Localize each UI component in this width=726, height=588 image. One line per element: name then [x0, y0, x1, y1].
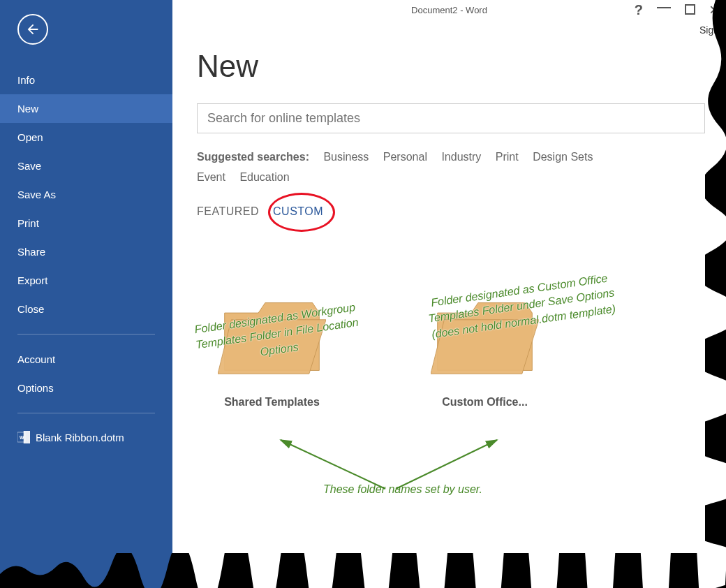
sidebar-item-account[interactable]: Account [0, 345, 172, 374]
suggested-link-industry[interactable]: Industry [441, 151, 481, 163]
sidebar-label: Account [17, 353, 55, 365]
annotation-bottom: These folder names set by user. [263, 482, 542, 497]
tab-featured[interactable]: FEATURED [197, 205, 259, 218]
sidebar-label: Export [17, 274, 47, 286]
torn-edge-bottom [0, 553, 726, 588]
folder-label: Shared Templates [224, 396, 320, 409]
backstage-window: Info New Open Save Save As Print Share E… [0, 0, 726, 588]
arrow-left-icon [25, 22, 40, 37]
suggested-link-design-sets[interactable]: Design Sets [533, 151, 593, 163]
annotation-arrow [389, 433, 508, 496]
sidebar-label: Close [17, 303, 44, 315]
sidebar-item-save-as[interactable]: Save As [0, 180, 172, 209]
suggested-link-education[interactable]: Education [239, 171, 289, 183]
recent-document[interactable]: W Blank Ribbon.dotm [0, 424, 172, 450]
suggested-link-event[interactable]: Event [197, 171, 225, 183]
backstage-sidebar: Info New Open Save Save As Print Share E… [0, 0, 172, 588]
sidebar-label: Share [17, 246, 45, 258]
word-doc-icon: W [17, 431, 30, 443]
folder-label: Custom Office... [442, 396, 528, 409]
back-button[interactable] [17, 14, 48, 45]
tab-custom[interactable]: CUSTOM [273, 205, 323, 218]
page-title: New [197, 49, 705, 84]
sidebar-label: Info [17, 74, 35, 86]
sidebar-item-info[interactable]: Info [0, 66, 172, 94]
sidebar-item-print[interactable]: Print [0, 209, 172, 237]
folder-custom-office[interactable]: Custom Office... [431, 295, 539, 409]
sidebar-label: New [17, 103, 38, 115]
suggested-searches: Suggested searches: Business Personal In… [197, 147, 705, 188]
sidebar-label: Print [17, 217, 39, 229]
suggested-link-business[interactable]: Business [323, 151, 369, 163]
svg-line-6 [396, 440, 497, 489]
template-tabs: FEATURED CUSTOM [197, 205, 705, 218]
sidebar-label: Open [17, 131, 43, 143]
sidebar-label: Save [17, 160, 41, 172]
recent-doc-label: Blank Ribbon.dotm [36, 432, 124, 443]
template-folders: Shared Templates Custom Office... [197, 295, 705, 409]
suggested-link-print[interactable]: Print [496, 151, 519, 163]
sidebar-item-save[interactable]: Save [0, 152, 172, 180]
main-content: New Suggested searches: Business Persona… [172, 0, 726, 588]
sidebar-item-share[interactable]: Share [0, 237, 172, 266]
divider [17, 334, 155, 335]
annotation-arrow [274, 433, 392, 496]
sidebar-label: Options [17, 382, 54, 394]
folder-shared-templates[interactable]: Shared Templates [218, 295, 326, 409]
sidebar-item-new[interactable]: New [0, 94, 172, 123]
sidebar-item-options[interactable]: Options [0, 374, 172, 402]
divider [17, 413, 155, 413]
template-search-input[interactable] [197, 103, 705, 133]
sidebar-item-open[interactable]: Open [0, 123, 172, 152]
sidebar-item-close[interactable]: Close [0, 295, 172, 323]
svg-rect-1 [24, 431, 30, 443]
suggested-link-personal[interactable]: Personal [383, 151, 427, 163]
torn-edge-right [705, 0, 726, 588]
sidebar-item-export[interactable]: Export [0, 266, 172, 295]
folder-icon [218, 295, 326, 378]
folder-icon [431, 295, 539, 378]
svg-text:W: W [20, 435, 24, 440]
suggested-label: Suggested searches: [197, 151, 309, 163]
svg-line-5 [281, 440, 385, 489]
sidebar-label: Save As [17, 189, 56, 200]
